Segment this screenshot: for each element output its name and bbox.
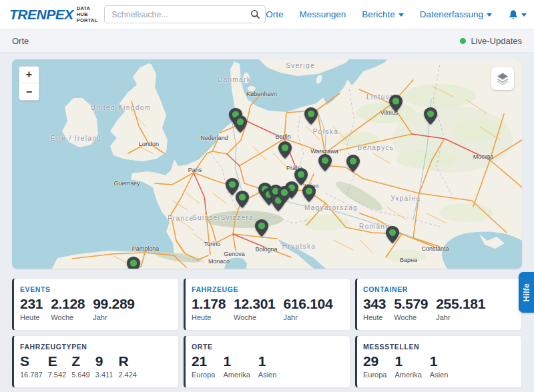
- map-pin[interactable]: [318, 154, 332, 171]
- zoom-out-button[interactable]: −: [19, 83, 39, 100]
- europe-map[interactable]: United KingdomLondonÉire / IrelandDanmar…: [12, 59, 522, 269]
- live-updates-status: Live-Updates: [460, 36, 522, 46]
- stat-metric: Z5.649: [71, 353, 90, 379]
- stat-card-events: EVENTS231Heute2.128Woche99.289Jahr: [12, 278, 179, 331]
- stat-label: Asien: [430, 371, 449, 379]
- help-tab[interactable]: Hilfe: [519, 272, 534, 313]
- brand-subtitle: DATA HUB PORTAL: [77, 5, 97, 23]
- search-icon[interactable]: [250, 9, 260, 19]
- stat-metric: 5.579Woche: [394, 296, 428, 321]
- stat-value: R: [118, 353, 137, 369]
- zoom-in-button[interactable]: +: [19, 67, 39, 83]
- stat-metric: 231Heute: [20, 296, 43, 321]
- map-pin[interactable]: [346, 155, 360, 172]
- bell-icon: [508, 9, 519, 20]
- stat-metric: 255.181Jahr: [436, 296, 485, 321]
- stat-value: 343: [363, 296, 386, 311]
- map-zoom-control: + −: [19, 66, 39, 101]
- stat-card-title: FAHRZEUGTYPEN: [20, 343, 170, 351]
- map-pin[interactable]: [386, 226, 399, 243]
- live-status-label: Live-Updates: [471, 36, 522, 46]
- brand-name: TRENPEX: [9, 7, 73, 23]
- stats-row-1: EVENTS231Heute2.128Woche99.289JahrFAHRZE…: [12, 278, 522, 331]
- global-search: [104, 5, 266, 23]
- nav-datenerfassung[interactable]: Datenerfassung: [420, 9, 492, 19]
- notifications-menu[interactable]: [508, 9, 527, 20]
- map-pin[interactable]: [302, 185, 316, 202]
- search-input[interactable]: [104, 5, 266, 23]
- map-pin[interactable]: [127, 257, 140, 269]
- map-pin[interactable]: [389, 95, 403, 112]
- stat-value: 2.128: [51, 296, 85, 311]
- stat-metric: 2.128Woche: [51, 296, 85, 321]
- stat-label: Jahr: [284, 313, 333, 321]
- stat-label: Heute: [20, 313, 43, 321]
- stat-metric: 1.178Heute: [192, 296, 226, 321]
- map-pin[interactable]: [278, 141, 292, 159]
- map-pin[interactable]: [255, 219, 268, 237]
- stat-value: 12.301: [234, 296, 275, 311]
- chevron-down-icon: [398, 13, 404, 17]
- stat-card-fahrzeugtypen: FAHRZEUGTYPENS16.787E7.542Z5.64993.411R2…: [12, 335, 179, 388]
- stat-metric: 93.411: [95, 353, 113, 379]
- stat-card-title: ORTE: [192, 343, 342, 351]
- stat-metric: 1Amerika: [223, 353, 250, 379]
- map-pin[interactable]: [236, 191, 249, 208]
- live-status-dot-icon: [460, 38, 466, 44]
- app-logo[interactable]: TRENPEX DATA HUB PORTAL: [9, 5, 97, 23]
- stat-metric: S16.787: [20, 353, 43, 379]
- stat-label: 2.424: [118, 371, 137, 379]
- stat-metric: E7.542: [48, 353, 67, 379]
- map-pin[interactable]: [234, 115, 247, 133]
- nav-orte[interactable]: Orte: [266, 9, 283, 19]
- stat-value: 616.104: [284, 296, 333, 311]
- stat-card-messstellen: MESSSTELLEN29Europa1Amerika1Asien: [355, 335, 522, 388]
- stat-label: Woche: [234, 313, 275, 321]
- stat-metric: 12.301Woche: [234, 296, 275, 321]
- stat-value: S: [20, 353, 43, 369]
- layers-icon: [495, 71, 510, 86]
- top-navigation-bar: TRENPEX DATA HUB PORTAL Orte Messungen B…: [0, 0, 534, 29]
- stat-card-title: EVENTS: [20, 285, 170, 293]
- stat-value: 1: [223, 353, 250, 369]
- stat-value: 9: [95, 353, 113, 369]
- stat-value: 1: [430, 353, 449, 369]
- stat-metric: 616.104Jahr: [284, 296, 333, 321]
- map-pin[interactable]: [278, 186, 291, 203]
- stat-label: 5.649: [71, 371, 90, 379]
- stat-label: Asien: [258, 371, 277, 379]
- stat-card-fahrzeuge: FAHRZEUGE1.178Heute12.301Woche616.104Jah…: [184, 278, 350, 331]
- stat-value: 255.181: [436, 296, 485, 311]
- nav-berichte[interactable]: Berichte: [362, 9, 404, 19]
- stat-metric: 343Heute: [363, 296, 386, 321]
- map-pin[interactable]: [304, 107, 318, 125]
- map-pin[interactable]: [424, 107, 437, 125]
- breadcrumb-bar: Orte Live-Updates: [0, 29, 534, 53]
- stat-metric: 1Asien: [258, 353, 277, 379]
- stat-label: 3.411: [95, 371, 113, 379]
- stat-card-title: FAHRZEUGE: [192, 285, 342, 293]
- chevron-down-icon: [521, 13, 527, 17]
- stat-card-orte: ORTE21Europa1Amerika1Asien: [184, 335, 350, 388]
- help-tab-label: Hilfe: [522, 283, 531, 302]
- stat-value: Z: [71, 353, 90, 369]
- breadcrumb: Orte: [12, 36, 29, 46]
- chevron-down-icon: [487, 13, 492, 17]
- stat-label: Amerika: [223, 371, 250, 379]
- stat-label: 7.542: [48, 371, 67, 379]
- stat-value: 1: [394, 353, 421, 369]
- stat-label: Heute: [363, 313, 386, 321]
- nav-messungen[interactable]: Messungen: [299, 9, 346, 19]
- stats-row-2: FAHRZEUGTYPENS16.787E7.542Z5.64993.411R2…: [12, 335, 522, 388]
- stat-card-title: CONTAINER: [363, 285, 513, 293]
- stat-value: 1.178: [192, 296, 226, 311]
- stat-metric: 29Europa: [363, 353, 386, 379]
- layers-button[interactable]: [491, 67, 514, 90]
- stat-label: Europa: [363, 371, 386, 379]
- stat-card-title: MESSSTELLEN: [363, 343, 513, 351]
- stat-value: 1: [258, 353, 277, 369]
- stat-value: 21: [192, 353, 215, 369]
- stat-label: Woche: [51, 313, 85, 321]
- stat-metric: 99.289Jahr: [93, 296, 134, 321]
- stat-value: 231: [20, 296, 43, 311]
